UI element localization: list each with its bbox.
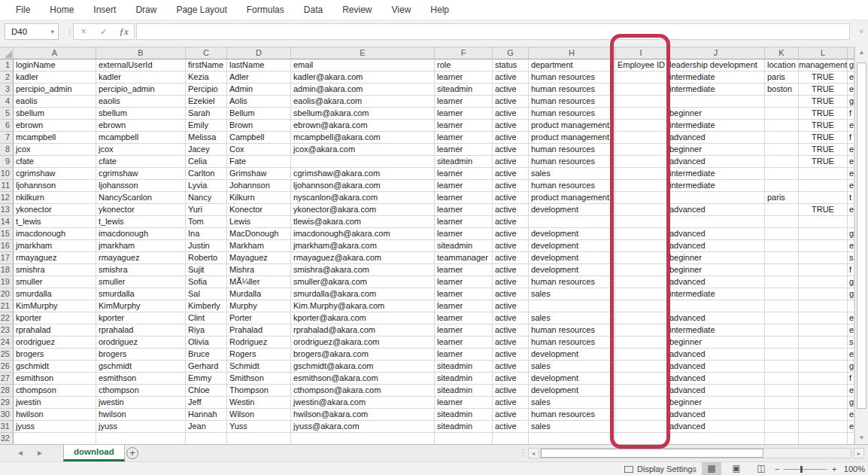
cell[interactable]: learner [435,96,493,108]
cell[interactable] [799,336,848,349]
cell[interactable] [765,216,799,228]
cell[interactable]: g [848,397,854,409]
cell[interactable]: jwestin [14,397,96,409]
cell[interactable] [615,324,667,336]
cell[interactable]: jyuss [14,421,96,433]
cell[interactable]: Olivia [186,336,227,349]
menu-item-view[interactable]: View [382,5,421,15]
cell[interactable]: Markham [227,240,291,252]
cell[interactable]: smurdalla@akara.com [291,288,435,300]
cell[interactable] [799,216,848,228]
horizontal-scrollbar-thumb[interactable] [541,449,763,458]
cell[interactable] [799,361,848,373]
cell[interactable]: active [493,361,529,373]
cell[interactable]: Wilson [227,409,291,421]
cell[interactable]: development [529,252,615,264]
cell[interactable] [615,252,667,264]
column-header-clipped[interactable] [848,47,854,59]
cell[interactable]: active [493,192,529,204]
cell[interactable] [799,421,848,433]
sheet-tab-download[interactable]: download [63,445,125,461]
row-header-13[interactable]: 13 [0,204,14,216]
cell[interactable] [615,409,667,421]
zoom-in-icon[interactable]: + [832,462,836,475]
row-header-17[interactable]: 17 [0,252,14,264]
select-all-button[interactable] [0,47,14,59]
cell[interactable] [529,300,615,312]
column-header-B[interactable]: B [96,47,186,59]
cell[interactable] [765,373,799,385]
enter-icon[interactable]: ✓ [95,26,113,37]
cell[interactable]: learner [435,288,493,300]
cell[interactable]: Roberto [186,252,227,264]
row-header-26[interactable]: 26 [0,361,14,373]
cell[interactable]: imacdonough@akara.com [291,228,435,240]
cell[interactable]: mcampbell [96,132,186,144]
cell[interactable]: ebrown [96,120,186,132]
cell[interactable]: learner [435,192,493,204]
cell[interactable] [291,433,435,444]
cell[interactable]: Kilkurn [227,192,291,204]
cell[interactable]: intermediate [667,84,765,96]
cell[interactable]: f [848,108,854,120]
cell[interactable] [615,361,667,373]
cell[interactable]: active [493,72,529,84]
cell[interactable]: jyuss [96,421,186,433]
cell[interactable]: cthompson [96,385,186,397]
cell[interactable] [291,156,435,168]
cell[interactable]: email [291,59,435,72]
column-header-K[interactable]: K [765,47,799,59]
cell[interactable]: brogers [14,349,96,361]
cell[interactable]: KimMurphy [14,300,96,312]
cell[interactable]: e [848,421,854,433]
cell[interactable]: e [848,144,854,156]
cell[interactable]: TRUE [799,84,848,96]
cell[interactable]: ljohannson@akara.com [291,180,435,192]
cell[interactable] [765,276,799,288]
cell[interactable] [529,216,615,228]
cell[interactable]: paris [765,72,799,84]
cell[interactable]: cthompson [14,385,96,397]
display-settings-button[interactable]: Display Settings [624,462,697,475]
cell[interactable]: Kimberly [186,300,227,312]
row-header-27[interactable]: 27 [0,373,14,385]
cell[interactable]: active [493,144,529,156]
cell[interactable]: kporter [96,312,186,324]
cell[interactable]: Melissa [186,132,227,144]
cell[interactable]: KimMurphy [96,300,186,312]
cell[interactable]: t_lewis [96,216,186,228]
cell[interactable]: siteadmin [435,156,493,168]
cell[interactable]: sales [529,397,615,409]
cell[interactable]: Brown [227,120,291,132]
cell[interactable]: Mayaguez [227,252,291,264]
cell[interactable]: learner [435,72,493,84]
cell[interactable]: advanced [667,409,765,421]
row-header-9[interactable]: 9 [0,156,14,168]
cell[interactable] [765,264,799,276]
cell[interactable]: active [493,349,529,361]
cell[interactable] [799,349,848,361]
cell[interactable] [615,433,667,444]
cell[interactable] [765,204,799,216]
formula-bar-handle-icon[interactable]: ⋮ [65,27,73,37]
cell[interactable] [615,132,667,144]
cell[interactable] [615,108,667,120]
cell[interactable]: esmithson [14,373,96,385]
cell[interactable]: Ezekiel [186,96,227,108]
cell[interactable]: hwilson [96,409,186,421]
cell[interactable] [799,252,848,264]
cell[interactable]: Clint [186,312,227,324]
cell[interactable]: nyscanlon@akara.com [291,192,435,204]
cell[interactable]: learner [435,300,493,312]
cell[interactable] [799,397,848,409]
cell[interactable]: jcox [96,144,186,156]
cell[interactable]: siteadmin [435,361,493,373]
cell[interactable]: Chloe [186,385,227,397]
cell[interactable] [799,264,848,276]
cell[interactable]: learner [435,349,493,361]
cell[interactable]: Kezia [186,72,227,84]
row-header-31[interactable]: 31 [0,421,14,433]
cell[interactable]: rprahalad [14,324,96,336]
cell[interactable] [799,312,848,324]
cell[interactable]: learner [435,276,493,288]
